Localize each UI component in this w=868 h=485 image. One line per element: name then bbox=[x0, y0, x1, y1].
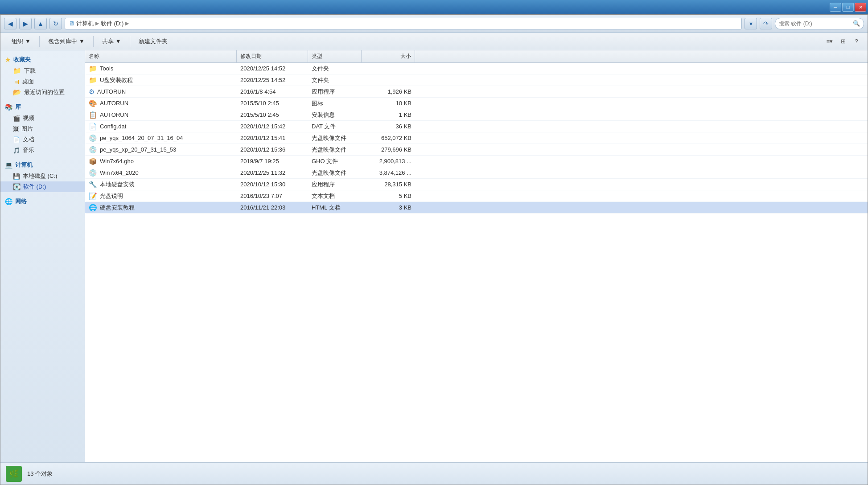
file-type-cell: 文件夹 bbox=[308, 64, 362, 74]
file-name-cell: 💿 pe_yqs_1064_20_07_31_16_04 bbox=[85, 133, 237, 143]
file-type-cell: 光盘映像文件 bbox=[308, 145, 362, 155]
file-name-cell: 🎨 AUTORUN bbox=[85, 99, 237, 108]
breadcrumb[interactable]: 🖥 计算机 ▶ 软件 (D:) ▶ bbox=[65, 18, 742, 29]
share-button[interactable]: 共享 ▼ bbox=[96, 35, 127, 48]
table-row[interactable]: 📦 Win7x64.gho 2019/9/7 19:25 GHO 文件 2,90… bbox=[85, 156, 868, 167]
organize-button[interactable]: 组织 ▼ bbox=[6, 35, 37, 48]
network-label: 网络 bbox=[15, 197, 27, 206]
file-name-cell: 🌐 硬盘安装教程 bbox=[85, 203, 237, 213]
file-type-cell: 光盘映像文件 bbox=[308, 133, 362, 143]
search-box[interactable]: 🔍 bbox=[775, 18, 864, 29]
table-row[interactable]: 💿 Win7x64_2020 2020/12/25 11:32 光盘映像文件 3… bbox=[85, 167, 868, 179]
close-button[interactable]: ✕ bbox=[855, 3, 866, 12]
sidebar-item-pictures[interactable]: 🖼 图片 bbox=[0, 123, 85, 134]
file-list-container: 名称 修改日期 类型 大小 📁 Tools 2020/12/25 14:52 bbox=[85, 50, 868, 462]
sidebar-item-label: 下载 bbox=[24, 67, 36, 75]
table-row[interactable]: 📄 Config.dat 2020/10/12 15:42 DAT 文件 36 … bbox=[85, 121, 868, 132]
back-button[interactable]: ◀ bbox=[4, 18, 16, 29]
go-button[interactable]: ↷ bbox=[760, 18, 772, 29]
table-row[interactable]: 🎨 AUTORUN 2015/5/10 2:45 图标 10 KB bbox=[85, 98, 868, 109]
file-icon: 📦 bbox=[89, 157, 97, 165]
forward-icon: ▶ bbox=[23, 20, 28, 27]
status-text: 13 个对象 bbox=[27, 470, 53, 478]
forward-button[interactable]: ▶ bbox=[19, 18, 32, 29]
desktop-icon: 🖥 bbox=[13, 78, 20, 86]
library-header[interactable]: 📚 库 bbox=[0, 101, 85, 113]
sidebar-item-desktop[interactable]: 🖥 桌面 bbox=[0, 76, 85, 87]
file-date-cell: 2019/9/7 19:25 bbox=[237, 157, 308, 165]
maximize-button[interactable]: □ bbox=[842, 3, 854, 12]
table-row[interactable]: 🌐 硬盘安装教程 2016/11/21 22:03 HTML 文档 3 KB bbox=[85, 202, 868, 214]
file-type-cell: DAT 文件 bbox=[308, 122, 362, 132]
pane-button[interactable]: ⊞ bbox=[837, 36, 849, 47]
content-area: ★ 收藏夹 📁 下载 🖥 桌面 📂 最近访问的位置 bbox=[0, 50, 868, 462]
help-button[interactable]: ? bbox=[851, 36, 862, 47]
table-row[interactable]: 📁 Tools 2020/12/25 14:52 文件夹 bbox=[85, 63, 868, 74]
network-icon: 🌐 bbox=[5, 198, 12, 205]
table-row[interactable]: 📁 U盘安装教程 2020/12/25 14:52 文件夹 bbox=[85, 74, 868, 86]
sidebar-item-label: 桌面 bbox=[22, 78, 34, 86]
computer-header[interactable]: 💻 计算机 bbox=[0, 159, 85, 171]
table-row[interactable]: 💿 pe_yqs_1064_20_07_31_16_04 2020/10/12 … bbox=[85, 132, 868, 144]
file-name-cell: 💿 pe_yqs_xp_20_07_31_15_53 bbox=[85, 145, 237, 155]
file-name-cell: 💿 Win7x64_2020 bbox=[85, 168, 237, 178]
include-button[interactable]: 包含到库中 ▼ bbox=[42, 35, 91, 48]
sidebar-item-download[interactable]: 📁 下载 bbox=[0, 66, 85, 76]
sidebar-item-label: 音乐 bbox=[23, 146, 34, 154]
file-size-cell: 28,315 KB bbox=[362, 180, 415, 189]
file-date-cell: 2020/10/12 15:41 bbox=[237, 134, 308, 142]
file-size-cell: 5 KB bbox=[362, 192, 415, 200]
organize-label: 组织 bbox=[12, 37, 23, 45]
toolbar-sep1 bbox=[39, 36, 40, 47]
file-date-cell: 2020/10/12 15:42 bbox=[237, 122, 308, 131]
col-header-date[interactable]: 修改日期 bbox=[237, 50, 308, 62]
network-header[interactable]: 🌐 网络 bbox=[0, 196, 85, 207]
sidebar-item-video[interactable]: 🎬 视频 bbox=[0, 113, 85, 123]
new-folder-button[interactable]: 新建文件夹 bbox=[133, 35, 173, 48]
file-name: AUTORUN bbox=[100, 100, 128, 107]
col-header-name[interactable]: 名称 bbox=[85, 50, 237, 62]
breadcrumb-icon: 🖥 bbox=[69, 20, 74, 27]
search-input[interactable] bbox=[779, 21, 851, 27]
file-date-cell: 2020/10/12 15:30 bbox=[237, 180, 308, 189]
toolbar: 组织 ▼ 包含到库中 ▼ 共享 ▼ 新建文件夹 ≡ ▾ ⊞ ? bbox=[0, 33, 868, 50]
file-size-cell: 1,926 KB bbox=[362, 87, 415, 96]
file-size-cell: 652,072 KB bbox=[362, 134, 415, 142]
file-size-cell: 3 KB bbox=[362, 203, 415, 212]
favorites-section: ★ 收藏夹 📁 下载 🖥 桌面 📂 最近访问的位置 bbox=[0, 54, 85, 98]
file-name-cell: 📝 光盘说明 bbox=[85, 191, 237, 201]
table-row[interactable]: 💿 pe_yqs_xp_20_07_31_15_53 2020/10/12 15… bbox=[85, 144, 868, 156]
view-toggle-button[interactable]: ≡ ▾ bbox=[824, 36, 835, 47]
table-row[interactable]: ⚙ AUTORUN 2016/1/8 4:54 应用程序 1,926 KB bbox=[85, 86, 868, 98]
sidebar-item-drive-c[interactable]: 💾 本地磁盘 (C:) bbox=[0, 171, 85, 181]
sidebar-item-music[interactable]: 🎵 音乐 bbox=[0, 145, 85, 156]
sidebar-item-docs[interactable]: 📄 文档 bbox=[0, 134, 85, 145]
address-dropdown-button[interactable]: ▾ bbox=[745, 18, 757, 29]
col-header-size[interactable]: 大小 bbox=[362, 50, 415, 62]
file-name: 本地硬盘安装 bbox=[100, 181, 135, 189]
up-button[interactable]: ▲ bbox=[34, 18, 47, 29]
doc-icon: 📄 bbox=[13, 136, 20, 143]
addressbar: ◀ ▶ ▲ ↻ 🖥 计算机 ▶ 软件 (D:) ▶ ▾ ↷ 🔍 bbox=[0, 15, 868, 33]
toolbar-sep2 bbox=[93, 36, 94, 47]
computer-icon: 💻 bbox=[5, 161, 12, 169]
table-row[interactable]: 📋 AUTORUN 2015/5/10 2:45 安装信息 1 KB bbox=[85, 109, 868, 121]
disk-d-icon: 💽 bbox=[13, 183, 21, 190]
col-header-type[interactable]: 类型 bbox=[308, 50, 362, 62]
file-name: Win7x64.gho bbox=[100, 158, 134, 164]
file-size-cell: 10 KB bbox=[362, 99, 415, 107]
table-row[interactable]: 📝 光盘说明 2016/10/23 7:07 文本文档 5 KB bbox=[85, 190, 868, 202]
sidebar-item-label: 本地磁盘 (C:) bbox=[23, 172, 57, 180]
sidebar-item-drive-d[interactable]: 💽 软件 (D:) bbox=[0, 181, 85, 192]
file-name: U盘安装教程 bbox=[100, 76, 133, 84]
file-date-cell: 2020/10/12 15:36 bbox=[237, 145, 308, 154]
breadcrumb-drive: 软件 (D:) bbox=[101, 20, 123, 28]
refresh-button[interactable]: ↻ bbox=[49, 18, 62, 29]
file-name: AUTORUN bbox=[97, 88, 126, 95]
file-icon: 📁 bbox=[89, 65, 97, 73]
table-row[interactable]: 🔧 本地硬盘安装 2020/10/12 15:30 应用程序 28,315 KB bbox=[85, 179, 868, 190]
favorites-header[interactable]: ★ 收藏夹 bbox=[0, 54, 85, 66]
sidebar-item-recent[interactable]: 📂 最近访问的位置 bbox=[0, 87, 85, 98]
minimize-button[interactable]: ─ bbox=[830, 3, 841, 12]
file-date-cell: 2020/12/25 14:52 bbox=[237, 64, 308, 73]
